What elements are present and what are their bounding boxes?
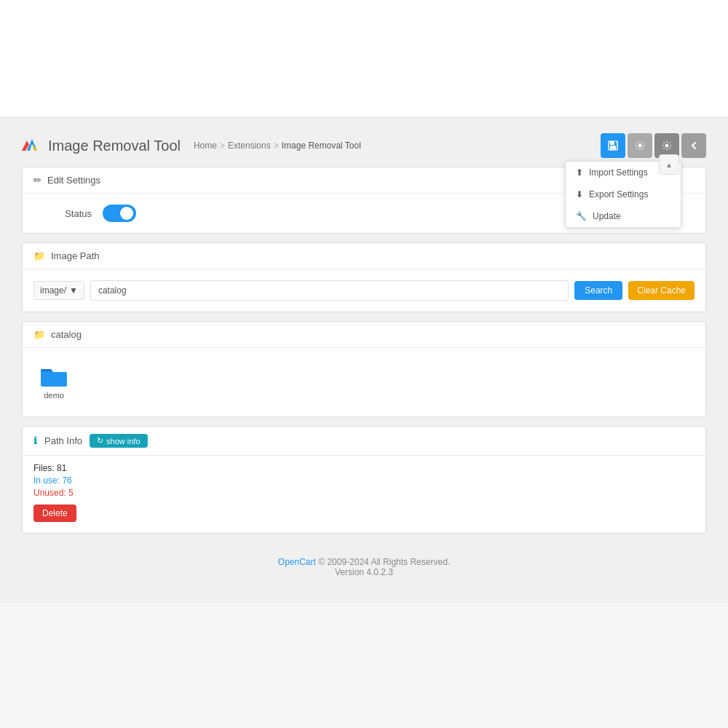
save-button[interactable]: [601, 133, 625, 158]
catalog-card: 📁 catalog demo: [22, 321, 706, 417]
breadcrumb-sep2: >: [274, 141, 279, 151]
image-path-card: 📁 Image Path image/ ▼ Search Clear Cache: [22, 242, 706, 312]
show-info-button[interactable]: ↻ show info: [90, 434, 147, 448]
svg-rect-5: [610, 141, 614, 145]
collapse-button[interactable]: ▲: [659, 154, 679, 175]
status-toggle[interactable]: [103, 205, 136, 222]
folder-header-icon: 📁: [33, 250, 45, 261]
catalog-folder-icon: 📁: [33, 329, 45, 340]
folder-name-demo: demo: [44, 391, 64, 400]
footer-link[interactable]: OpenCart: [278, 557, 316, 567]
header-bar: Image Removal Tool Home > Extensions > I…: [22, 127, 706, 167]
search-button[interactable]: Search: [574, 281, 622, 300]
logo-icon: [22, 138, 42, 154]
catalog-body: demo: [23, 348, 705, 416]
in-use-stat: In use: 76: [33, 475, 695, 486]
in-use-label: In use:: [33, 475, 60, 486]
footer-copyright-text: © 2009-2024 All Rights Reserved.: [318, 557, 450, 567]
path-prefix[interactable]: image/ ▼: [33, 281, 84, 300]
files-stat: Files: 81: [33, 463, 695, 473]
dropdown-update[interactable]: 🔧 Update: [566, 205, 681, 227]
unused-stat: Unused: 5: [33, 488, 695, 498]
show-info-label: show info: [106, 437, 140, 446]
export-label: Export Settings: [589, 189, 648, 199]
svg-point-8: [638, 144, 642, 148]
back-button[interactable]: [681, 133, 706, 158]
image-path-title: Image Path: [51, 250, 100, 261]
path-input-row: image/ ▼ Search Clear Cache: [33, 280, 695, 301]
header-right: ⬆ Import Settings ⬇ Export Settings 🔧 Up…: [601, 133, 706, 158]
catalog-header: 📁 catalog: [23, 322, 705, 348]
import-label: Import Settings: [589, 167, 648, 178]
breadcrumb: Home > Extensions > Image Removal Tool: [194, 141, 361, 151]
clear-cache-button[interactable]: Clear Cache: [628, 281, 695, 300]
breadcrumb-current: Image Removal Tool: [282, 141, 361, 151]
breadcrumb-sep1: >: [220, 141, 225, 151]
footer-copyright: OpenCart © 2009-2024 All Rights Reserved…: [36, 557, 692, 567]
breadcrumb-home[interactable]: Home: [194, 141, 217, 151]
export-icon: ⬇: [576, 189, 583, 199]
path-stats: Files: 81 In use: 76 Unused: 5 Delete: [23, 455, 705, 533]
image-path-body: image/ ▼ Search Clear Cache: [23, 269, 705, 312]
path-prefix-text: image/: [40, 285, 66, 296]
path-info-header: ℹ Path Info ↻ show info: [23, 427, 705, 455]
files-value: 81: [57, 463, 66, 473]
edit-settings-title: Edit Settings: [47, 175, 100, 186]
header-left: Image Removal Tool Home > Extensions > I…: [22, 138, 361, 154]
path-prefix-arrow: ▼: [69, 285, 78, 296]
unused-value: 5: [68, 488, 74, 498]
update-label: Update: [593, 211, 621, 221]
svg-rect-7: [614, 141, 616, 143]
dropdown-menu: ⬆ Import Settings ⬇ Export Settings 🔧 Up…: [565, 161, 681, 228]
unused-label: Unused:: [33, 488, 66, 498]
footer: OpenCart © 2009-2024 All Rights Reserved…: [22, 542, 706, 592]
settings-button-1[interactable]: [628, 133, 652, 158]
dropdown-export-settings[interactable]: ⬇ Export Settings: [566, 183, 681, 205]
update-icon: 🔧: [576, 211, 587, 221]
refresh-icon: ↻: [97, 436, 103, 446]
footer-version: Version 4.0.2.3: [36, 567, 692, 577]
image-path-header: 📁 Image Path: [23, 243, 705, 269]
svg-point-9: [665, 144, 669, 148]
breadcrumb-extensions[interactable]: Extensions: [228, 141, 271, 151]
page-title: Image Removal Tool: [48, 138, 181, 154]
info-icon: ℹ: [33, 435, 37, 446]
status-label: Status: [33, 208, 92, 219]
in-use-value: 76: [62, 475, 71, 486]
files-label: Files:: [33, 463, 55, 473]
svg-rect-6: [610, 146, 616, 149]
path-info-card: ℹ Path Info ↻ show info Files: 81 In use…: [22, 426, 706, 534]
folder-item-demo[interactable]: demo: [33, 359, 74, 405]
edit-icon: ✏: [33, 175, 41, 186]
path-input[interactable]: [90, 280, 569, 301]
toggle-slider: [103, 205, 136, 222]
path-info-title: Path Info: [44, 435, 82, 446]
catalog-title: catalog: [51, 329, 82, 340]
delete-button[interactable]: Delete: [33, 505, 76, 522]
import-icon: ⬆: [576, 167, 583, 178]
folder-svg-icon: [39, 365, 68, 388]
